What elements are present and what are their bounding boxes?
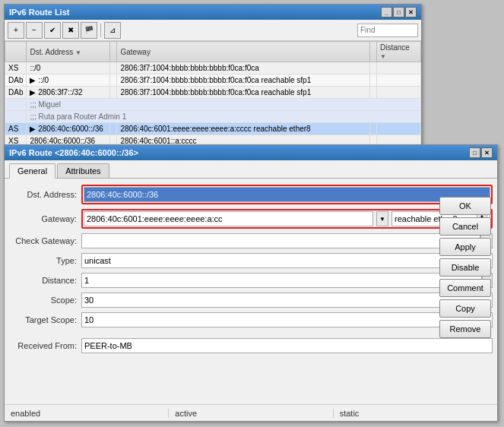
route-table: Dst. Address ▼ Gateway Distance ▼ XS ::/… (5, 41, 421, 147)
received-from-field (81, 338, 493, 353)
find-input[interactable] (357, 24, 418, 37)
dst-address-label: Dst. Address: (9, 190, 81, 199)
status-bar: enabled active static (5, 404, 497, 421)
disable-button[interactable]: Disable (439, 258, 491, 277)
type-field: unicast ▼ (81, 253, 493, 268)
target-scope-row: Target Scope: (9, 312, 493, 327)
row-gateway: 2806:3f7:1004:bbbb:bbbb:bbbb:f0ca:f0ca r… (117, 87, 370, 99)
target-scope-label: Target Scope: (9, 315, 81, 324)
table-row-group: ;;; Ruta para Router Admin 1 (5, 111, 421, 123)
form-spacer (9, 332, 493, 338)
table-row-group: ;;; Miguel (5, 99, 421, 111)
detail-content: Dst. Address: Gateway: ▼ reachable ether… (5, 179, 497, 415)
received-from-row: Received From: (9, 338, 493, 353)
row-gateway: 2806:3f7:1004:bbbb:bbbb:bbbb:f0ca:f0ca (117, 62, 370, 74)
col-sep (110, 42, 117, 62)
row-dst: ::/0 (27, 62, 110, 74)
row-gateway: 2806:3f7:1004:bbbb:bbbb:bbbb:f0ca:f0ca r… (117, 74, 370, 87)
col-gateway[interactable]: Gateway (117, 42, 370, 62)
toolbar-separator (100, 24, 101, 37)
gateway-dropdown-btn[interactable]: ▼ (376, 211, 388, 226)
route-table-container: Dst. Address ▼ Gateway Distance ▼ XS ::/… (5, 41, 421, 147)
row-distance (377, 74, 421, 87)
list-title-buttons: _ □ ✕ (381, 7, 417, 17)
dst-address-row: Dst. Address: (9, 185, 493, 204)
scope-field (81, 293, 493, 308)
col-distance[interactable]: Distance ▼ (377, 42, 421, 62)
row-flag (110, 62, 117, 74)
detail-minimize-btn[interactable]: □ (469, 147, 480, 158)
distance-label: Distance: (9, 276, 81, 285)
flag-button[interactable]: 🏴 (81, 22, 97, 39)
table-row[interactable]: XS ::/0 2806:3f7:1004:bbbb:bbbb:bbbb:f0c… (5, 62, 421, 74)
table-row[interactable]: AS ▶ 2806:40c:6000::/36 2806:40c:6001:ee… (5, 123, 421, 135)
cancel-button[interactable]: Cancel (439, 217, 491, 236)
check-gateway-field: ▼ (81, 233, 493, 248)
tab-bar: General Attributes (5, 160, 497, 179)
row-type: DAb (5, 87, 27, 99)
type-value: unicast (84, 256, 477, 265)
list-minimize-btn[interactable]: _ (381, 7, 392, 17)
row-dst: ▶ ::/0 (27, 74, 110, 87)
list-window-title: IPv6 Route List (9, 8, 69, 17)
gateway-input[interactable] (84, 211, 373, 226)
row-group-label: ;;; Miguel (27, 99, 421, 111)
table-row[interactable]: DAb ▶ 2806:3f7::/32 2806:3f7:1004:bbbb:b… (5, 87, 421, 99)
row-distance (377, 87, 421, 99)
check-gateway-label: Check Gateway: (9, 236, 81, 245)
distance-row: Distance: ▲ (9, 273, 493, 288)
detail-close-btn[interactable]: ✕ (481, 147, 493, 158)
scope-row: Scope: (9, 293, 493, 308)
status-active: active (169, 409, 333, 418)
dst-address-input[interactable] (84, 187, 490, 202)
target-scope-input[interactable] (81, 312, 493, 327)
ok-button[interactable]: OK (439, 197, 491, 215)
side-buttons-panel: OK Cancel Apply Disable Comment Copy Rem… (439, 197, 493, 338)
apply-button[interactable]: Apply (439, 238, 491, 256)
check-gateway-row: Check Gateway: ▼ (9, 233, 493, 248)
table-row[interactable]: DAb ▶ ::/0 2806:3f7:1004:bbbb:bbbb:bbbb:… (5, 74, 421, 87)
col-sep2 (370, 42, 377, 62)
copy-button[interactable]: Copy (439, 299, 491, 318)
list-close-btn[interactable]: ✕ (405, 7, 417, 17)
add-button[interactable]: + (8, 22, 24, 39)
gateway-inputs: ▼ reachable ether8 ▲ ▼ (84, 211, 490, 226)
list-title-bar: IPv6 Route List _ □ ✕ (5, 5, 421, 20)
cross-button[interactable]: ✖ (62, 22, 79, 39)
col-type (5, 42, 27, 62)
distance-input[interactable] (81, 273, 482, 288)
row-type: XS (5, 62, 27, 74)
detail-window-title: IPv6 Route <2806:40c:6000::/36> (9, 148, 138, 157)
gateway-label: Gateway: (9, 214, 81, 223)
row-group-label: ;;; Ruta para Router Admin 1 (27, 111, 421, 123)
detail-title-bar: IPv6 Route <2806:40c:6000::/36> □ ✕ (5, 145, 497, 160)
col-dst[interactable]: Dst. Address ▼ (27, 42, 110, 62)
received-from-input[interactable] (81, 338, 493, 353)
scope-input[interactable] (81, 293, 493, 308)
route-detail-window: IPv6 Route <2806:40c:6000::/36> □ ✕ Gene… (4, 144, 498, 422)
tab-general[interactable]: General (9, 163, 55, 179)
target-scope-field (81, 312, 493, 327)
distance-field: ▲ (81, 273, 493, 288)
row-gateway: 2806:40c:6001:eeee:eeee:eeee:a:cccc reac… (117, 123, 370, 135)
remove-button[interactable]: Remove (439, 320, 491, 338)
dst-address-field-wrapper (81, 185, 493, 204)
status-enabled: enabled (5, 409, 169, 418)
type-label: Type: (9, 256, 81, 265)
list-maximize-btn[interactable]: □ (393, 7, 404, 17)
tab-attributes[interactable]: Attributes (57, 163, 109, 178)
detail-title-buttons: □ ✕ (469, 147, 493, 158)
row-dst: ▶ 2806:3f7::/32 (27, 87, 110, 99)
received-from-label: Received From: (9, 341, 81, 350)
type-select[interactable]: unicast ▼ (81, 253, 493, 268)
row-dst: ▶ 2806:40c:6000::/36 (27, 123, 110, 135)
list-toolbar: + − ✔ ✖ 🏴 ⊿ (5, 20, 421, 41)
check-gateway-input[interactable] (81, 233, 480, 248)
filter-button[interactable]: ⊿ (104, 22, 121, 39)
gateway-field-wrapper: ▼ reachable ether8 ▲ ▼ (81, 209, 493, 229)
remove-button-toolbar[interactable]: − (26, 22, 43, 39)
row-type: AS (5, 123, 27, 135)
comment-button[interactable]: Comment (439, 279, 491, 297)
check-button[interactable]: ✔ (44, 22, 61, 39)
form-area: Dst. Address: Gateway: ▼ reachable ether… (5, 179, 497, 415)
